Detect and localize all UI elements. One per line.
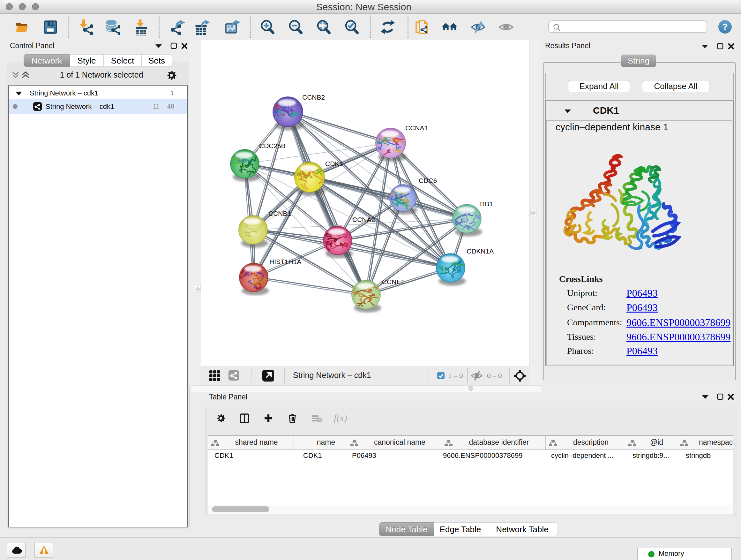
svg-text:CDKN1A: CDKN1A bbox=[467, 247, 494, 255]
svg-text:RB1: RB1 bbox=[480, 200, 493, 207]
svg-text:CDK1: CDK1 bbox=[325, 160, 343, 167]
svg-text:CDC25B: CDC25B bbox=[259, 142, 286, 149]
svg-text:CCNB1: CCNB1 bbox=[268, 210, 291, 217]
svg-text:CDC6: CDC6 bbox=[419, 177, 437, 184]
svg-text:CCNE1: CCNE1 bbox=[382, 278, 405, 286]
svg-text:CCNA1: CCNA1 bbox=[405, 124, 428, 132]
svg-text:HIST1H1A: HIST1H1A bbox=[269, 258, 301, 265]
svg-text:CCNB2: CCNB2 bbox=[302, 94, 325, 101]
svg-text:CCNA2: CCNA2 bbox=[352, 216, 375, 223]
